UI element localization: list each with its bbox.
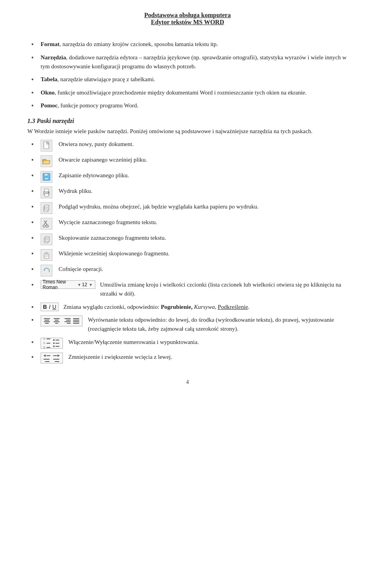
underline-label: U (52, 304, 56, 310)
section-intro: W Wordzie istnieje wiele pasków narzędzi… (27, 127, 348, 136)
svg-rect-5 (44, 177, 49, 180)
list-item-copy: • Skopiowanie zaznaczonego fragmentu tek… (27, 233, 348, 245)
save-doc-icon-wrapper (41, 171, 55, 183)
list-item-align: • (27, 315, 348, 334)
bullet-dot: • (31, 203, 38, 212)
print-preview-icon-wrapper (41, 202, 55, 214)
svg-point-17 (43, 225, 45, 227)
bullet-dot: • (31, 234, 38, 243)
list-item-paste: • Wklejenie wcześniej skopiowanego fragm… (27, 249, 348, 261)
section-13: 1.3 Paski narzędzi W Wordzie istnieje wi… (27, 118, 348, 363)
item-text: Wklejenie wcześniej skopiowanego fragmen… (59, 249, 170, 258)
item-text: Tabela, narzędzie ułatwiające pracę z ta… (41, 75, 155, 84)
decrease-indent-icon: ◀ (43, 354, 51, 362)
header-line2: Edytor tekstów MS WORD (27, 19, 348, 26)
list-item-undo: • Cofnięcie operacji. (27, 265, 348, 276)
svg-rect-4 (44, 173, 48, 176)
bullet-dot: • (31, 281, 38, 290)
list-item: • Format, narzędzia do zmiany krojów czc… (27, 40, 348, 49)
bullet-dot: • (31, 141, 38, 149)
print-icon (41, 187, 52, 198)
list-item-biu: • B I U Zmiana wyglądu czcionki, odpowie… (27, 303, 348, 312)
undo-icon-wrapper (41, 265, 55, 276)
list-item-numbering: • 1. 2. 3. (27, 338, 348, 349)
open-doc-icon-wrapper (41, 155, 55, 167)
item-text: Wydruk pliku. (59, 187, 93, 196)
svg-point-9 (48, 192, 49, 193)
bullet-dot: • (31, 41, 38, 49)
numbered-list-icon: 1. 2. 3. (43, 339, 51, 347)
item-text: Cofnięcie operacji. (59, 265, 103, 274)
svg-rect-7 (45, 189, 48, 192)
new-document-icon (41, 140, 52, 151)
item-text: Pomoc, funkcje pomocy programu Word. (41, 101, 138, 110)
cut-icon-wrapper (41, 218, 55, 230)
bullet-dot: • (31, 219, 38, 227)
item-text: Zapisanie edytowanego pliku. (59, 171, 129, 180)
svg-rect-25 (45, 253, 48, 254)
list-item-print: • Wydruk pliku. (27, 187, 348, 198)
font-selector-icon-wrapper: Times New Roman ▼ 12 ▼ (41, 280, 97, 289)
bullet-dot: • (31, 265, 38, 274)
undo-icon (41, 265, 52, 276)
item-text: Wycięcie zaznaczonego fragmentu tekstu. (59, 218, 157, 227)
item-text: Włączenie/Wyłączenie numerowania i wypun… (68, 338, 199, 347)
page-header: Podstawowa obsługa komputera Edytor teks… (27, 12, 348, 29)
header-line1: Podstawowa obsługa komputera (27, 12, 348, 19)
item-text: Format, narzędzia do zmiany krojów czcio… (41, 40, 218, 49)
bullet-dot: • (31, 250, 38, 258)
list-item-open-doc: • Otwarcie zapisanego wcześniej pliku. (27, 155, 348, 167)
page-number: 4 (186, 379, 189, 385)
numbering-icons: 1. 2. 3. (41, 338, 63, 349)
item-text: Wyrównanie tekstu odpowiednio: do lewej,… (88, 315, 348, 334)
bullet-dot: • (31, 89, 38, 98)
align-left-icon (43, 317, 51, 325)
bullet-dot: • (31, 303, 38, 312)
item-text: Narzędzia, dodatkowe narzędzia edytora –… (41, 53, 348, 71)
list-item: • Narzędzia, dodatkowe narzędzia edytora… (27, 53, 348, 71)
italic-label: I (49, 304, 50, 310)
bullet-dot: • (31, 316, 38, 325)
bullet-dot: • (31, 187, 38, 196)
list-item-print-preview: • Podgląd wydruku, można obejrzeć, jak b… (27, 202, 348, 214)
item-text: Otwarcie zapisanego wcześniej pliku. (59, 155, 147, 164)
font-size-arrow: ▼ (89, 283, 93, 287)
align-right-icon (62, 317, 71, 325)
bullet-dot: • (31, 102, 38, 110)
paste-icon-wrapper (41, 249, 55, 261)
list-item-new-doc: • Otwiera nowy, pusty dokument. (27, 140, 348, 151)
bullet-dot: • (31, 54, 38, 62)
align-justify-icon (72, 317, 80, 325)
bold-label: B (43, 304, 47, 310)
increase-indent-icon: ▶ (52, 354, 61, 362)
list-item-indent: • ◀ ▶ (27, 353, 348, 363)
list-item: • Tabela, narzędzie ułatwiające pracę z … (27, 75, 348, 84)
bullet-dot: • (31, 339, 38, 347)
save-document-icon (41, 171, 52, 183)
biu-icon-wrapper: B I U (41, 303, 60, 311)
list-item: • Okno, funkcje umożliwiające przechodze… (27, 88, 348, 98)
open-document-icon (41, 155, 52, 167)
toolbar-items-list: • Otwiera nowy, pusty dokument. • (27, 140, 348, 363)
cut-icon (41, 218, 52, 230)
item-text: Zmiana wyglądu czcionki, odpowiednio: Po… (63, 303, 250, 312)
align-icon-wrapper (41, 315, 85, 326)
page-footer: 4 (27, 379, 348, 385)
indent-icons: ◀ ▶ (41, 353, 63, 363)
bullet-dot: • (31, 76, 38, 84)
font-size-label: 12 (82, 282, 87, 287)
font-name-label: Times New Roman (43, 279, 75, 290)
section-heading: 1.3 Paski narzędzi (27, 118, 348, 125)
print-icon-wrapper (41, 187, 55, 198)
bullet-dot: • (31, 156, 38, 165)
print-preview-icon (41, 202, 52, 214)
bullet-list-icon (52, 339, 61, 347)
item-text: Zmniejszenie i zwiększenie wcięcia z lew… (68, 353, 172, 362)
bullet-dot: • (31, 353, 38, 362)
list-item-font-selector: • Times New Roman ▼ 12 ▼ Umożliwia zmian… (27, 280, 348, 299)
biu-icon: B I U (41, 303, 59, 311)
font-selector-icon: Times New Roman ▼ 12 ▼ (41, 280, 95, 289)
numbering-icon-wrapper: 1. 2. 3. (41, 338, 65, 349)
paste-icon (41, 249, 52, 261)
copy-icon-wrapper (41, 233, 55, 245)
